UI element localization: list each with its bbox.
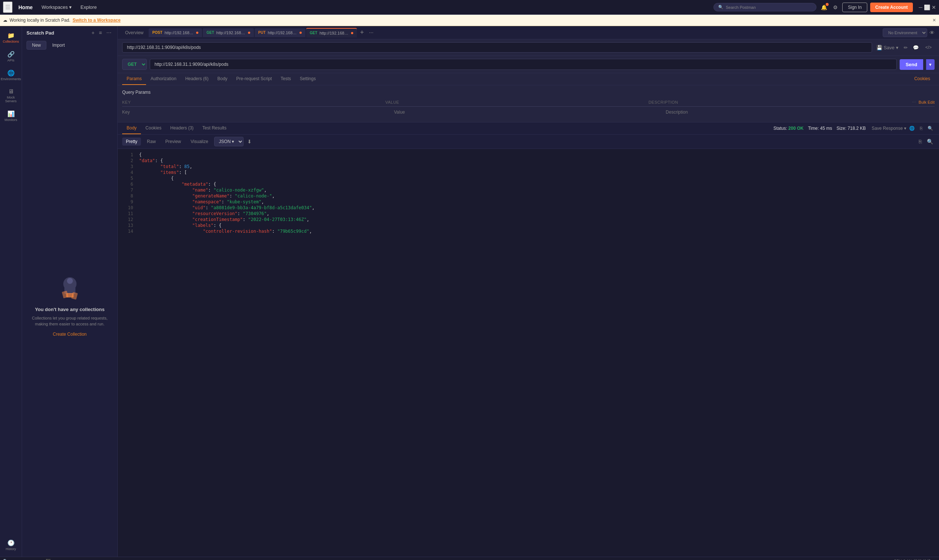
code-line-7: 7 "name": "calico-node-xzfgw",: [118, 187, 939, 193]
add-collection-button[interactable]: +: [90, 29, 96, 36]
json-format-selector[interactable]: JSON ▾: [214, 137, 244, 146]
runner-item[interactable]: Runner: [876, 558, 889, 560]
environment-selector[interactable]: No Environment: [883, 28, 927, 37]
environment-icon[interactable]: 👁: [928, 28, 936, 37]
code-button[interactable]: </>: [922, 43, 934, 52]
globe-icon[interactable]: 🌐: [908, 124, 916, 132]
response-status: Status: 200 OK Time: 45 ms Size: 718.2 K…: [773, 124, 908, 132]
tab-url-3: http://192.168.31.1:80...: [268, 31, 297, 35]
resp-tab-body[interactable]: Body: [122, 122, 141, 134]
sidebar-item-history[interactable]: 🕐 History: [2, 537, 21, 554]
request-area: GET Send ▾: [118, 56, 939, 73]
req-tab-prerequest[interactable]: Pre-request Script: [232, 73, 276, 85]
param-value-input[interactable]: [394, 109, 663, 115]
empty-collections-state: You don't have any collections Collectio…: [22, 52, 117, 557]
tab-method-get-1: GET: [207, 31, 214, 35]
minimize-button[interactable]: ─: [919, 5, 922, 10]
search-response-button[interactable]: 🔍: [926, 124, 934, 132]
code-line-2: 2 "data": {: [118, 158, 939, 164]
req-tab-body[interactable]: Body: [213, 73, 232, 85]
code-line-6: 6 "metadata": {: [118, 181, 939, 187]
banner-text: Working locally in Scratch Pad.: [9, 18, 70, 23]
pretty-button[interactable]: Pretty: [122, 137, 141, 146]
url-input[interactable]: [150, 59, 897, 70]
tab-get-2[interactable]: GET http://192.168.31.1:90...: [306, 28, 357, 37]
comment-button[interactable]: 💬: [911, 43, 920, 52]
maximize-button[interactable]: ⬜: [924, 5, 930, 10]
sidebar-label-mock-servers: Mock Servers: [3, 95, 19, 103]
settings-icon[interactable]: ⚙: [831, 3, 839, 12]
tab-post-1[interactable]: POST http://192.168.31.1:80...: [149, 28, 202, 37]
col-key-header: KEY: [122, 100, 385, 105]
format-code-button[interactable]: ⬇: [246, 137, 253, 146]
switch-workspace-link[interactable]: Switch to a Workspace: [72, 18, 120, 23]
req-tab-authorization[interactable]: Authorization: [146, 73, 180, 85]
explore-nav[interactable]: Explore: [78, 3, 100, 11]
tab-get-1[interactable]: GET http://192.168.31.1:80...: [203, 28, 254, 37]
params-header: KEY VALUE DESCRIPTION ⋯ Bulk Edit: [122, 98, 934, 107]
tab-overview[interactable]: Overview: [121, 28, 148, 37]
nav-right: 🔔 ⚙ Sign In Create Account: [819, 3, 913, 12]
sidebar-label-monitors: Monitors: [5, 118, 17, 122]
req-tab-headers[interactable]: Headers (6): [180, 73, 213, 85]
more-options-button[interactable]: ⋯: [105, 29, 113, 36]
hamburger-menu[interactable]: ☰: [3, 2, 12, 13]
copy-response-button[interactable]: ⎘: [918, 124, 924, 132]
bulk-edit-button[interactable]: Bulk Edit: [919, 100, 934, 105]
preview-button[interactable]: Preview: [162, 137, 185, 146]
send-button[interactable]: Send: [900, 59, 923, 70]
environments-icon: 🌐: [7, 69, 15, 77]
resp-tab-headers[interactable]: Headers (3): [166, 122, 198, 134]
sign-in-button[interactable]: Sign In: [842, 3, 867, 12]
param-key-input[interactable]: [122, 109, 391, 115]
create-collection-link[interactable]: Create Collection: [52, 332, 86, 337]
banner-close-button[interactable]: ✕: [932, 18, 936, 23]
response-area: Body Cookies Headers (3) Test Results St…: [118, 122, 939, 557]
req-tab-settings[interactable]: Settings: [296, 73, 320, 85]
home-nav[interactable]: Home: [15, 3, 36, 12]
new-button[interactable]: New: [26, 41, 46, 50]
url-actions: 💾 Save ▾ ✏ 💬 </>: [875, 43, 934, 52]
sidebar-item-apis[interactable]: 🔗 APIs: [2, 48, 21, 65]
visualize-button[interactable]: Visualize: [187, 137, 212, 146]
svg-point-1: [67, 278, 73, 284]
add-tab-button[interactable]: +: [358, 28, 366, 37]
window-controls: ─ ⬜ ✕: [919, 5, 936, 10]
raw-button[interactable]: Raw: [143, 137, 159, 146]
search-code-button[interactable]: 🔍: [925, 137, 934, 146]
create-account-button[interactable]: Create Account: [870, 3, 913, 12]
resp-tab-test-results[interactable]: Test Results: [198, 122, 231, 134]
cookies-button[interactable]: Cookies: [910, 73, 934, 85]
params-area: Query Params KEY VALUE DESCRIPTION ⋯ Bul…: [118, 85, 939, 122]
sidebar-item-monitors[interactable]: 📊 Monitors: [2, 108, 21, 125]
req-tab-params[interactable]: Params: [122, 73, 146, 85]
resp-tab-cookies[interactable]: Cookies: [141, 122, 166, 134]
search-bar[interactable]: 🔍 Search Postman: [714, 3, 816, 11]
empty-title: You don't have any collections: [35, 307, 105, 312]
close-button[interactable]: ✕: [932, 5, 936, 10]
req-tab-tests[interactable]: Tests: [276, 73, 296, 85]
param-desc-input[interactable]: [666, 109, 934, 115]
sidebar-item-collections[interactable]: 📁 Collections: [2, 29, 21, 46]
workspaces-nav[interactable]: Workspaces ▾: [39, 3, 75, 11]
workspace-banner: ☁ Working locally in Scratch Pad. Switch…: [0, 15, 939, 26]
list-options-button[interactable]: ≡: [97, 29, 103, 36]
bottom-right: Runner CPU 0.1% 运行 连接 ☁: [876, 558, 936, 560]
tab-put-1[interactable]: PUT http://192.168.31.1:80...: [254, 28, 305, 37]
save-button[interactable]: 💾 Save ▾: [875, 43, 900, 52]
edit-button[interactable]: ✏: [902, 43, 909, 52]
sidebar-item-environments[interactable]: 🌐 Environments: [2, 66, 21, 84]
import-button[interactable]: Import: [49, 41, 68, 50]
sidebar-item-mock-servers[interactable]: 🖥 Mock Servers: [2, 85, 21, 106]
bottom-bar: 🔍 Find and Replace ⬛ Console Runner CPU …: [0, 557, 939, 560]
copy-code-button[interactable]: ⎘: [917, 137, 923, 146]
banner-icon: ☁: [3, 18, 7, 23]
method-selector[interactable]: GET: [122, 59, 147, 70]
response-tabs-bar: Body Cookies Headers (3) Test Results St…: [118, 122, 939, 135]
left-panel: Scratch Pad + ≡ ⋯ New Import You don't h…: [22, 26, 118, 557]
notifications-icon[interactable]: 🔔: [819, 3, 829, 12]
save-response-button[interactable]: Save Response ▾: [870, 124, 908, 132]
url-bar: http://192.168.31.1:9090/api/k8s/pods 💾 …: [118, 39, 939, 56]
more-tabs-button[interactable]: ⋯: [367, 29, 376, 36]
send-dropdown-button[interactable]: ▾: [926, 59, 934, 70]
